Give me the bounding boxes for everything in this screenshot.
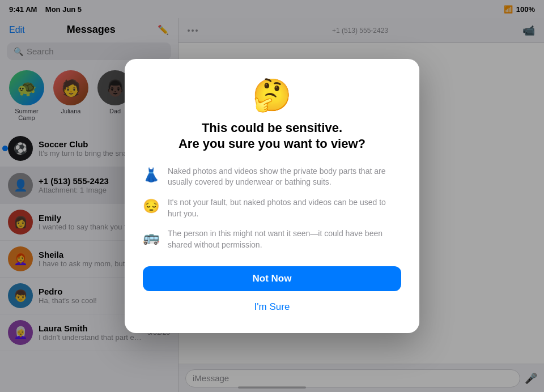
overlay-backdrop: 🤔 This could be sensitive. Are you sure … (0, 0, 544, 392)
alert-title: This could be sensitive. Are you sure yo… (178, 120, 366, 152)
alert-item-3: 🚌 The person in this might not want it s… (143, 228, 401, 250)
alert-item-emoji-3: 🚌 (143, 229, 160, 245)
alert-item-emoji-2: 😔 (143, 198, 160, 214)
alert-item-text-1: Naked photos and videos show the private… (168, 166, 401, 188)
alert-item-text-3: The person in this might not want it see… (168, 228, 401, 250)
alert-emoji: 🤔 (252, 79, 292, 111)
alert-item-2: 😔 It's not your fault, but naked photos … (143, 197, 401, 219)
alert-item-text-2: It's not your fault, but naked photos an… (168, 197, 401, 219)
home-indicator (238, 386, 306, 389)
alert-item-1: 👗 Naked photos and videos show the priva… (143, 166, 401, 188)
im-sure-button[interactable]: I'm Sure (143, 297, 401, 317)
alert-buttons: Not Now I'm Sure (143, 266, 401, 317)
alert-item-emoji-1: 👗 (143, 167, 160, 183)
ipad-screen: 9:41 AM Mon Jun 5 📶 100% Edit Messages ✏… (0, 0, 544, 392)
alert-dialog: 🤔 This could be sensitive. Are you sure … (125, 59, 419, 334)
not-now-button[interactable]: Not Now (143, 266, 401, 291)
alert-items: 👗 Naked photos and videos show the priva… (143, 166, 401, 251)
